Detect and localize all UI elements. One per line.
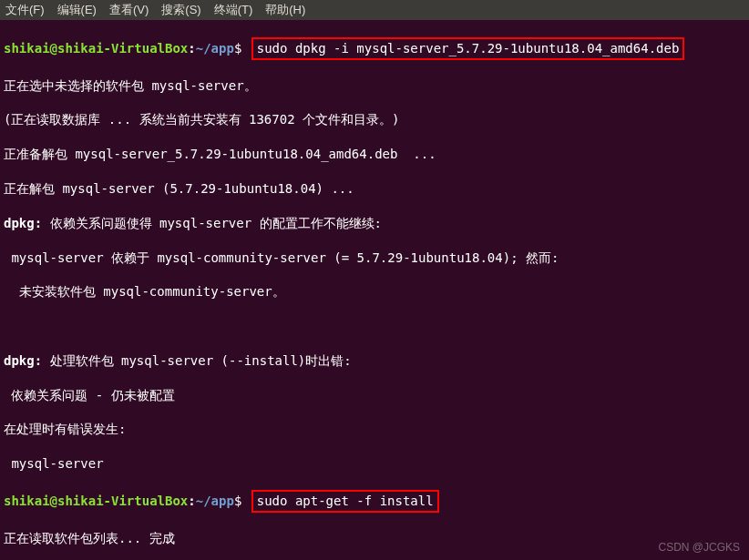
output-line: mysql-server 依赖于 mysql-community-server …: [4, 249, 745, 267]
dpkg-label: dpkg:: [4, 353, 42, 368]
prompt-line-1: shikai@shikai-VirtualBox:~/app$ sudo dpk…: [4, 37, 745, 60]
menu-file[interactable]: 文件(F): [5, 2, 45, 18]
prompt-colon: :: [188, 494, 195, 508]
highlight-box-2: sudo apt-get -f install: [251, 490, 439, 513]
output-line: 正在解包 mysql-server (5.7.29-1ubuntu18.04) …: [4, 180, 745, 198]
command-1: sudo dpkg -i mysql-server_5.7.29-1ubuntu…: [257, 41, 680, 56]
output-line: dpkg: 处理软件包 mysql-server (--install)时出错:: [4, 352, 745, 370]
prompt-dollar: $: [234, 41, 241, 56]
prompt-path: ~/app: [196, 41, 234, 56]
command-2: sudo apt-get -f install: [257, 494, 434, 508]
output-line: 在处理时有错误发生:: [4, 421, 745, 438]
output-text: 依赖关系问题使得 mysql-server 的配置工作不能继续:: [42, 216, 382, 230]
output-line: 依赖关系问题 - 仍未被配置: [4, 387, 745, 404]
terminal-output[interactable]: shikai@shikai-VirtualBox:~/app$ sudo dpk…: [0, 20, 749, 560]
prompt-colon: :: [188, 41, 195, 56]
prompt-dollar: $: [234, 494, 241, 508]
menu-view[interactable]: 查看(V): [109, 2, 149, 18]
menu-help[interactable]: 帮助(H): [265, 2, 305, 18]
output-line: 正在选中未选择的软件包 mysql-server。: [4, 77, 745, 95]
menu-search[interactable]: 搜索(S): [161, 2, 200, 18]
output-line: 未安装软件包 mysql-community-server。: [4, 283, 745, 300]
output-line: dpkg: 依赖关系问题使得 mysql-server 的配置工作不能继续:: [4, 215, 745, 232]
output-line: 正在读取软件包列表... 完成: [4, 530, 745, 547]
watermark: CSDN @JCGKS: [658, 540, 740, 555]
dpkg-label: dpkg:: [4, 216, 42, 230]
prompt-path: ~/app: [196, 494, 234, 508]
prompt-line-2: shikai@shikai-VirtualBox:~/app$ sudo apt…: [4, 490, 745, 513]
output-line: 正准备解包 mysql-server_5.7.29-1ubuntu18.04_a…: [4, 146, 745, 163]
blank-line: [4, 318, 745, 335]
menu-edit[interactable]: 编辑(E): [57, 2, 97, 18]
menubar: 文件(F) 编辑(E) 查看(V) 搜索(S) 终端(T) 帮助(H): [0, 0, 749, 20]
highlight-box-1: sudo dpkg -i mysql-server_5.7.29-1ubuntu…: [251, 37, 685, 60]
output-text: 处理软件包 mysql-server (--install)时出错:: [42, 353, 352, 368]
prompt-user: shikai@shikai-VirtualBox: [4, 41, 188, 56]
menu-terminal[interactable]: 终端(T): [214, 2, 253, 18]
prompt-user: shikai@shikai-VirtualBox: [4, 494, 188, 508]
output-line: (正在读取数据库 ... 系统当前共安装有 136702 个文件和目录。): [4, 111, 745, 128]
output-line: mysql-server: [4, 455, 745, 473]
